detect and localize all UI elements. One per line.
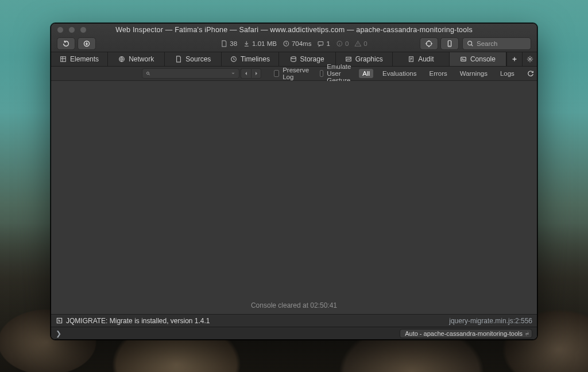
toolbar: 38 1.01 MB 704ms 1 0 bbox=[51, 36, 537, 52]
svg-rect-2 bbox=[318, 42, 323, 45]
metric-messages-value: 1 bbox=[326, 40, 330, 47]
console-scope-segment: All Evaluations Errors Warnings Logs bbox=[359, 69, 537, 78]
svg-point-6 bbox=[468, 41, 472, 45]
execution-context-selector[interactable]: Auto - apache-cassandra-monitoring-tools bbox=[400, 329, 532, 338]
tab-sources[interactable]: Sources bbox=[165, 52, 222, 66]
preserve-log-checkbox[interactable] bbox=[274, 70, 279, 77]
scope-logs[interactable]: Logs bbox=[497, 69, 518, 78]
tab-sources-label: Sources bbox=[185, 55, 211, 63]
tab-storage-label: Storage bbox=[300, 55, 324, 63]
console-cleared-message: Console cleared at 02:50:41 bbox=[51, 81, 537, 314]
scope-warnings[interactable]: Warnings bbox=[457, 69, 491, 78]
close-window-button[interactable] bbox=[57, 26, 64, 33]
console-filter-search[interactable] bbox=[142, 68, 239, 79]
console-prompt-input[interactable] bbox=[64, 330, 400, 338]
minimize-window-button[interactable] bbox=[68, 26, 75, 33]
metric-resources-value: 38 bbox=[230, 40, 237, 47]
console-body: Console cleared at 02:50:41 JQMIGRATE: M… bbox=[51, 81, 537, 339]
console-filter-input[interactable] bbox=[153, 70, 228, 77]
tab-storage[interactable]: Storage bbox=[279, 52, 336, 66]
svg-point-10 bbox=[291, 57, 296, 59]
tab-extra-controls bbox=[506, 52, 537, 66]
scope-evaluations[interactable]: Evaluations bbox=[379, 69, 420, 78]
titlebar: Web Inspector — Fatima's iPhone — Safari… bbox=[51, 24, 537, 52]
device-toggle-button[interactable] bbox=[440, 37, 459, 50]
console-prompt-row: ❯ Auto - apache-cassandra-monitoring-too… bbox=[51, 327, 537, 339]
prompt-chevron-icon: ❯ bbox=[56, 330, 61, 338]
tab-network[interactable]: Network bbox=[108, 52, 165, 66]
zoom-window-button[interactable] bbox=[80, 26, 87, 33]
tab-strip: Elements Network Sources Timelines Stora… bbox=[51, 52, 537, 67]
tab-elements-label: Elements bbox=[70, 55, 99, 63]
scope-errors[interactable]: Errors bbox=[425, 69, 450, 78]
scope-all[interactable]: All bbox=[359, 69, 373, 78]
global-search[interactable] bbox=[462, 37, 531, 50]
metric-info: 0 bbox=[336, 40, 349, 47]
web-inspector-window: Web Inspector — Fatima's iPhone — Safari… bbox=[51, 23, 537, 340]
global-search-input[interactable] bbox=[477, 40, 523, 47]
metric-time-value: 704ms bbox=[292, 40, 312, 47]
inspect-element-button[interactable] bbox=[420, 37, 438, 50]
preserve-log-label: Preserve Log bbox=[283, 67, 311, 80]
tab-audit[interactable]: Audit bbox=[393, 52, 450, 66]
settings-button[interactable] bbox=[522, 52, 537, 67]
tab-console-label: Console bbox=[470, 55, 496, 63]
toolbar-metrics: 38 1.01 MB 704ms 1 0 bbox=[220, 40, 367, 47]
filter-next-button[interactable] bbox=[251, 68, 261, 79]
emulate-gesture-checkbox[interactable] bbox=[320, 70, 323, 77]
metric-info-value: 0 bbox=[345, 40, 349, 47]
svg-rect-7 bbox=[61, 57, 66, 62]
traffic-lights bbox=[57, 26, 87, 33]
tab-timelines-label: Timelines bbox=[241, 55, 270, 63]
tab-elements[interactable]: Elements bbox=[51, 52, 108, 66]
svg-point-4 bbox=[427, 41, 432, 46]
tab-graphics[interactable]: Graphics bbox=[336, 52, 393, 66]
tab-audit-label: Audit bbox=[418, 55, 434, 63]
new-tab-button[interactable] bbox=[507, 52, 522, 67]
console-log-row[interactable]: JQMIGRATE: Migrate is installed, version… bbox=[51, 314, 537, 327]
metric-resources: 38 bbox=[220, 40, 237, 47]
console-log-source[interactable]: jquery-migrate.min.js:2:556 bbox=[449, 317, 532, 325]
tab-console[interactable]: Console bbox=[450, 52, 506, 66]
metric-size: 1.01 MB bbox=[243, 40, 277, 47]
tab-network-label: Network bbox=[129, 55, 154, 63]
metric-time: 704ms bbox=[283, 40, 312, 47]
svg-point-15 bbox=[146, 72, 149, 74]
download-button[interactable] bbox=[78, 37, 96, 50]
console-log-message: JQMIGRATE: Migrate is installed, version… bbox=[66, 317, 210, 325]
filter-prev-button[interactable] bbox=[241, 68, 251, 79]
metric-messages: 1 bbox=[317, 40, 330, 47]
refresh-icon[interactable] bbox=[527, 70, 534, 77]
tab-graphics-label: Graphics bbox=[355, 55, 383, 63]
console-filterbar: Preserve Log Emulate User Gesture All Ev… bbox=[51, 67, 537, 81]
metric-warnings-value: 0 bbox=[363, 40, 367, 47]
reload-button[interactable] bbox=[57, 37, 75, 50]
log-level-icon bbox=[56, 317, 63, 324]
window-title: Web Inspector — Fatima's iPhone — Safari… bbox=[115, 26, 473, 34]
tab-timelines[interactable]: Timelines bbox=[222, 52, 278, 66]
svg-rect-16 bbox=[57, 318, 61, 323]
metric-warnings: 0 bbox=[354, 40, 367, 47]
svg-point-14 bbox=[529, 58, 531, 60]
metric-size-value: 1.01 MB bbox=[252, 40, 277, 47]
